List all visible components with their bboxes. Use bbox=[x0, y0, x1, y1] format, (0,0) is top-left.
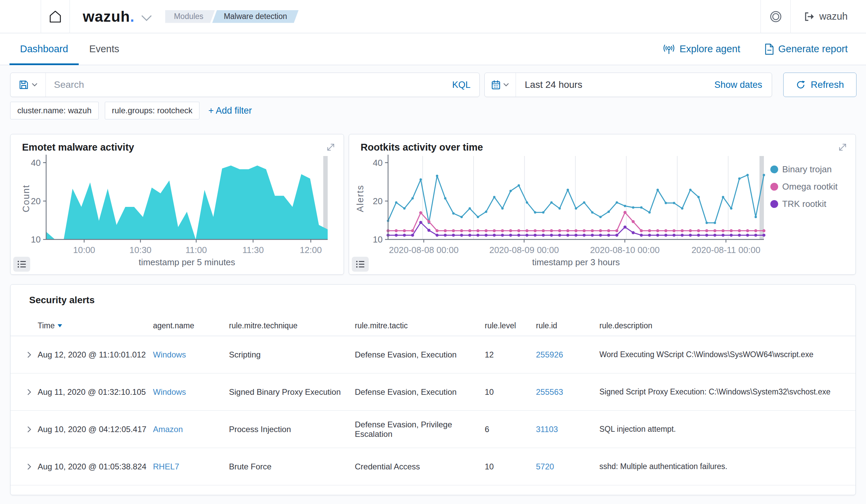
svg-text:timestamp per 3 hours: timestamp per 3 hours bbox=[532, 257, 620, 267]
rule-id-link[interactable]: 255563 bbox=[536, 387, 599, 397]
legend-item[interactable]: TRK rootkit bbox=[770, 199, 837, 209]
breadcrumb-modules[interactable]: Modules bbox=[165, 10, 215, 23]
antenna-icon bbox=[663, 43, 675, 55]
column-header-time[interactable]: Time bbox=[38, 321, 153, 331]
expand-panel-icon[interactable] bbox=[837, 142, 848, 153]
explore-agent-button[interactable]: Explore agent bbox=[663, 43, 740, 55]
health-ring-icon[interactable] bbox=[761, 10, 790, 24]
cell-rule-mitre-tactic: Defense Evasion, Execution bbox=[355, 350, 485, 359]
column-header-rule-description[interactable]: rule.description bbox=[599, 321, 855, 331]
svg-text:Count: Count bbox=[21, 184, 31, 212]
module-nav: Dashboard Events Explore agent Generate … bbox=[0, 33, 866, 65]
rule-id-link[interactable]: 255926 bbox=[536, 350, 599, 359]
svg-text:40: 40 bbox=[31, 158, 41, 168]
table-row[interactable]: Aug 11, 2020 @ 01:32:10.105WindowsSigned… bbox=[11, 373, 855, 411]
svg-text:2020-08-10 00:00: 2020-08-10 00:00 bbox=[590, 245, 659, 255]
chevron-down-icon bbox=[503, 83, 509, 87]
cell-rule-mitre-technique: Signed Binary Proxy Execution bbox=[229, 387, 355, 397]
legend-item[interactable]: Omega rootkit bbox=[770, 181, 837, 192]
column-header-rule-mitre-tactic[interactable]: rule.mitre.tactic bbox=[355, 321, 485, 331]
menu-icon[interactable] bbox=[15, 12, 26, 21]
svg-text:40: 40 bbox=[373, 158, 382, 168]
logo-dot: . bbox=[130, 8, 134, 25]
agent-link[interactable]: Windows bbox=[153, 387, 229, 397]
svg-text:10: 10 bbox=[373, 234, 382, 245]
table-header: Time agent.name rule.mitre.technique rul… bbox=[11, 305, 855, 336]
cell-rule-description: sshd: Multiple authentication failures. bbox=[599, 462, 855, 471]
table-row[interactable]: Aug 10, 2020 @ 04:12:05.417AmazonProcess… bbox=[11, 411, 855, 448]
cell-rule-description: Word Executing WScript C:\Windows\SysWOW… bbox=[599, 350, 855, 359]
legend-toggle-button[interactable] bbox=[13, 257, 30, 272]
svg-text:20: 20 bbox=[373, 196, 382, 206]
top-bar: wazuh. Modules Malware detection wazuh bbox=[0, 0, 866, 33]
calendar-button[interactable] bbox=[485, 73, 516, 97]
username: wazuh bbox=[819, 11, 848, 22]
expand-row-icon[interactable] bbox=[21, 388, 38, 396]
expand-panel-icon[interactable] bbox=[325, 142, 336, 153]
list-icon bbox=[17, 260, 26, 269]
rule-id-link[interactable]: 5720 bbox=[536, 462, 599, 471]
home-icon[interactable] bbox=[41, 9, 69, 24]
emotet-activity-panel: 40201010:0010:3011:0011:3012:00timestamp… bbox=[10, 134, 344, 275]
svg-text:2020-08-11 00:00: 2020-08-11 00:00 bbox=[691, 245, 760, 255]
breadcrumb: Modules Malware detection bbox=[165, 10, 299, 23]
chevron-down-icon bbox=[32, 83, 38, 87]
add-filter-button[interactable]: + Add filter bbox=[208, 105, 252, 116]
user-menu[interactable]: wazuh bbox=[791, 11, 866, 22]
legend-item[interactable]: Binary trojan bbox=[770, 164, 837, 175]
cell-rule-level: 6 bbox=[485, 425, 536, 434]
agent-link[interactable]: Amazon bbox=[153, 425, 229, 434]
time-range-value[interactable]: Last 24 hours bbox=[516, 79, 582, 90]
filter-chip-cluster-name[interactable]: cluster.name: wazuh bbox=[10, 102, 99, 119]
divider bbox=[69, 0, 70, 33]
refresh-button[interactable]: Refresh bbox=[783, 72, 856, 97]
table-row[interactable]: Aug 12, 2020 @ 11:10:01.012WindowsScript… bbox=[11, 336, 855, 373]
chart-legend: Binary trojanOmega rootkitTRK rootkit bbox=[770, 164, 837, 209]
save-icon bbox=[19, 80, 29, 90]
svg-text:10: 10 bbox=[31, 234, 41, 245]
cell-time: Aug 12, 2020 @ 11:10:01.012 bbox=[38, 350, 153, 359]
table-row[interactable]: Aug 10, 2020 @ 01:05:38.824RHEL7Brute Fo… bbox=[11, 448, 855, 485]
generate-report-button[interactable]: Generate report bbox=[765, 43, 848, 55]
filter-chip-rule-groups[interactable]: rule.groups: rootcheck bbox=[105, 102, 199, 119]
chevron-down-icon[interactable] bbox=[141, 14, 152, 22]
column-header-rule-level[interactable]: rule.level bbox=[485, 321, 536, 331]
expand-row-icon[interactable] bbox=[21, 351, 38, 359]
cell-rule-mitre-technique: Process Injection bbox=[229, 425, 355, 434]
calendar-icon bbox=[491, 80, 501, 90]
svg-text:11:30: 11:30 bbox=[242, 245, 264, 255]
emotet-area-chart[interactable]: 40201010:0010:3011:0011:3012:00timestamp… bbox=[11, 134, 344, 275]
cell-rule-mitre-tactic: Defense Evasion, Execution bbox=[355, 387, 485, 397]
svg-text:2020-08-09 00:00: 2020-08-09 00:00 bbox=[489, 245, 559, 255]
query-bar: KQL Last 24 hours Show dates Refresh bbox=[10, 72, 856, 97]
panel-title: Emotet malware activity bbox=[11, 134, 344, 153]
tab-events[interactable]: Events bbox=[79, 33, 130, 65]
list-icon bbox=[355, 260, 365, 269]
kql-toggle[interactable]: KQL bbox=[443, 80, 479, 90]
cell-rule-level: 10 bbox=[485, 462, 536, 471]
svg-text:12:00: 12:00 bbox=[300, 245, 322, 255]
search-input[interactable] bbox=[46, 79, 443, 90]
show-dates-button[interactable]: Show dates bbox=[714, 80, 772, 90]
column-header-agent-name[interactable]: agent.name bbox=[153, 321, 229, 331]
panel-title: Rootkits activity over time bbox=[349, 134, 855, 153]
cell-rule-level: 10 bbox=[485, 387, 536, 397]
date-picker: Last 24 hours Show dates bbox=[485, 72, 772, 97]
expand-row-icon[interactable] bbox=[21, 463, 38, 471]
expand-row-icon[interactable] bbox=[21, 425, 38, 434]
wazuh-logo[interactable]: wazuh. bbox=[83, 8, 135, 25]
tab-dashboard[interactable]: Dashboard bbox=[10, 33, 79, 65]
report-document-icon bbox=[765, 43, 774, 55]
svg-text:20: 20 bbox=[31, 196, 41, 206]
agent-link[interactable]: RHEL7 bbox=[153, 462, 229, 471]
saved-query-button[interactable] bbox=[11, 73, 46, 97]
filter-bar: cluster.name: wazuh rule.groups: rootche… bbox=[10, 102, 856, 119]
legend-dot-icon bbox=[770, 166, 778, 173]
legend-toggle-button[interactable] bbox=[352, 257, 369, 272]
column-header-rule-mitre-technique[interactable]: rule.mitre.technique bbox=[229, 321, 355, 331]
cell-rule-mitre-tactic: Defense Evasion, Privilege Escalation bbox=[355, 420, 485, 439]
agent-link[interactable]: Windows bbox=[153, 350, 229, 359]
legend-dot-icon bbox=[770, 200, 778, 208]
column-header-rule-id[interactable]: rule.id bbox=[536, 321, 599, 331]
rule-id-link[interactable]: 31103 bbox=[536, 425, 599, 434]
